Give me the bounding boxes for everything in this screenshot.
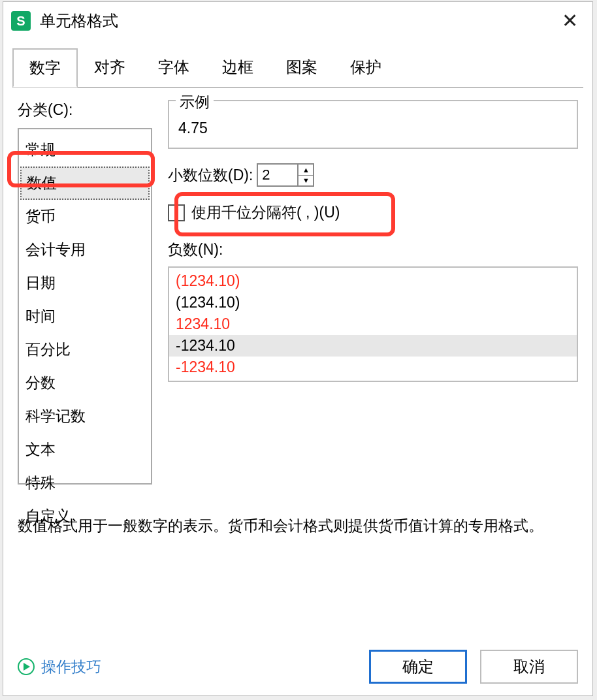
category-item-fraction[interactable]: 分数	[19, 366, 151, 400]
example-legend: 示例	[176, 92, 214, 112]
negative-option[interactable]: (1234.10)	[169, 270, 577, 292]
negative-option[interactable]: -1234.10	[169, 357, 577, 378]
negative-option[interactable]: (1234.10)	[169, 292, 577, 313]
example-box: 示例 4.75	[168, 100, 578, 149]
tab-pattern[interactable]: 图案	[270, 48, 334, 88]
tips-label: 操作技巧	[41, 657, 101, 677]
category-item-scientific[interactable]: 科学记数	[19, 400, 151, 433]
title-bar: S 单元格格式 ✕	[3, 2, 592, 40]
decimal-places-label: 小数位数(D):	[168, 165, 253, 185]
dialog-title: 单元格格式	[40, 10, 118, 31]
decimal-places-input[interactable]	[258, 165, 297, 185]
example-value: 4.75	[178, 119, 568, 137]
cancel-button[interactable]: 取消	[480, 650, 578, 684]
decimal-places-row: 小数位数(D): ▲ ▼	[168, 163, 578, 187]
category-column: 分类(C): 常规 数值 货币 会计专用 日期 时间 百分比 分数 科学记数 文…	[18, 100, 152, 485]
thousand-separator-row[interactable]: 使用千位分隔符( , )(U)	[168, 202, 578, 223]
format-description: 数值格式用于一般数字的表示。货币和会计格式则提供货币值计算的专用格式。	[3, 515, 592, 537]
negative-option[interactable]: 1234.10	[169, 313, 577, 335]
category-item-general[interactable]: 常规	[19, 133, 151, 167]
tab-bar: 数字 对齐 字体 边框 图案 保护	[12, 48, 583, 88]
thousand-separator-label: 使用千位分隔符( , )(U)	[191, 202, 340, 223]
tab-align[interactable]: 对齐	[78, 48, 142, 88]
category-item-special[interactable]: 特殊	[19, 466, 151, 500]
decimal-places-spinner[interactable]: ▲ ▼	[257, 163, 314, 187]
tab-border[interactable]: 边框	[206, 48, 270, 88]
negative-label: 负数(N):	[168, 240, 578, 260]
cell-format-dialog: S 单元格格式 ✕ 数字 对齐 字体 边框 图案 保护 分类(C): 常规 数值…	[3, 1, 593, 696]
tab-protect[interactable]: 保护	[334, 48, 398, 88]
category-item-number[interactable]: 数值	[20, 167, 150, 200]
app-icon: S	[11, 11, 31, 31]
ok-button[interactable]: 确定	[369, 650, 467, 684]
dialog-body: 分类(C): 常规 数值 货币 会计专用 日期 时间 百分比 分数 科学记数 文…	[3, 88, 592, 485]
play-icon	[18, 658, 35, 675]
tab-font[interactable]: 字体	[142, 48, 206, 88]
category-item-accounting[interactable]: 会计专用	[19, 233, 151, 266]
settings-column: 示例 4.75 小数位数(D): ▲ ▼ 使用千位分隔符( , )(U) 负数(…	[168, 100, 578, 485]
category-item-date[interactable]: 日期	[19, 266, 151, 300]
thousand-separator-checkbox[interactable]	[168, 204, 185, 221]
spinner-up-icon[interactable]: ▲	[298, 165, 313, 176]
category-item-percent[interactable]: 百分比	[19, 333, 151, 366]
category-list[interactable]: 常规 数值 货币 会计专用 日期 时间 百分比 分数 科学记数 文本 特殊 自定…	[18, 128, 152, 485]
negative-option[interactable]: -1234.10	[169, 335, 577, 357]
category-item-text[interactable]: 文本	[19, 433, 151, 466]
category-label: 分类(C):	[18, 100, 152, 120]
tips-link[interactable]: 操作技巧	[18, 657, 101, 677]
category-item-time[interactable]: 时间	[19, 300, 151, 333]
dialog-footer: 操作技巧 确定 取消	[3, 650, 592, 684]
negative-list[interactable]: (1234.10) (1234.10) 1234.10 -1234.10 -12…	[168, 266, 578, 382]
spinner-arrows: ▲ ▼	[297, 165, 313, 185]
spinner-down-icon[interactable]: ▼	[298, 176, 313, 186]
close-icon[interactable]: ✕	[555, 8, 585, 33]
category-item-currency[interactable]: 货币	[19, 200, 151, 233]
tab-number[interactable]: 数字	[12, 48, 78, 88]
dialog-buttons: 确定 取消	[369, 650, 578, 684]
